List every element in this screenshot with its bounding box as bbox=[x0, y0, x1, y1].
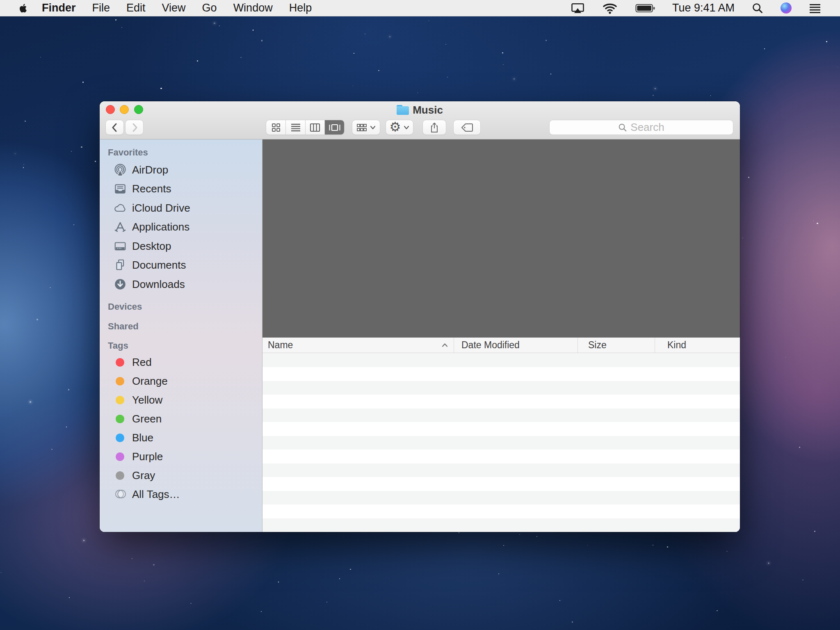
icon-view-icon bbox=[271, 123, 281, 132]
sidebar-header-devices: Devices bbox=[108, 301, 142, 312]
gallery-view-icon bbox=[329, 123, 341, 132]
share-button[interactable] bbox=[422, 120, 446, 135]
menu-file[interactable]: File bbox=[92, 2, 110, 14]
menu-help[interactable]: Help bbox=[289, 2, 312, 14]
list-column-headers: Name Date Modified Size Kind bbox=[262, 338, 740, 353]
sidebar-tag-all-tags[interactable]: All Tags… bbox=[100, 485, 262, 504]
column-header-name[interactable]: Name bbox=[262, 338, 454, 353]
content-area: Name Date Modified Size Kind bbox=[262, 139, 740, 532]
sidebar-tag-red[interactable]: Red bbox=[100, 353, 262, 372]
menu-clock[interactable]: Tue 9:41 AM bbox=[672, 2, 735, 14]
group-icon bbox=[356, 123, 367, 132]
sidebar-item-downloads[interactable]: Downloads bbox=[100, 275, 262, 294]
file-list-empty bbox=[262, 354, 740, 532]
purple-tag-dot bbox=[116, 452, 124, 461]
column-header-date-modified[interactable]: Date Modified bbox=[454, 338, 578, 353]
search-placeholder: Search bbox=[630, 121, 664, 134]
orange-tag-dot bbox=[116, 377, 124, 386]
menu-window[interactable]: Window bbox=[233, 2, 273, 14]
sidebar-item-desktop[interactable]: Desktop bbox=[100, 237, 262, 256]
icloud-icon bbox=[113, 201, 127, 215]
desktop-icon bbox=[113, 240, 127, 253]
search-icon bbox=[618, 123, 627, 132]
sidebar-item-icloud-drive[interactable]: iCloud Drive bbox=[100, 199, 262, 217]
sidebar-item-recents[interactable]: Recents bbox=[100, 179, 262, 198]
chevron-down-icon bbox=[404, 126, 409, 130]
search-input[interactable]: Search bbox=[549, 120, 733, 135]
column-view-button[interactable] bbox=[305, 120, 325, 135]
applications-icon bbox=[113, 220, 127, 233]
yellow-tag-dot bbox=[116, 396, 124, 404]
menu-view[interactable]: View bbox=[162, 2, 186, 14]
sidebar-tag-green[interactable]: Green bbox=[100, 409, 262, 428]
menu-edit[interactable]: Edit bbox=[126, 2, 146, 14]
view-switcher bbox=[266, 120, 345, 135]
chevron-left-icon bbox=[110, 122, 119, 133]
sidebar-tag-yellow[interactable]: Yellow bbox=[100, 390, 262, 409]
tag-icon bbox=[461, 123, 473, 132]
share-icon bbox=[429, 122, 439, 133]
finder-window: Music bbox=[100, 101, 740, 532]
gray-tag-dot bbox=[116, 471, 124, 480]
column-view-icon bbox=[310, 123, 320, 132]
sidebar-header-shared: Shared bbox=[108, 321, 139, 332]
sort-ascending-icon bbox=[442, 343, 448, 347]
red-tag-dot bbox=[116, 358, 124, 367]
list-view-icon bbox=[290, 123, 301, 132]
all-tags-icon bbox=[115, 490, 125, 499]
siri-icon[interactable] bbox=[781, 2, 792, 14]
sidebar-tag-blue[interactable]: Blue bbox=[100, 428, 262, 447]
sidebar-header-favorites: Favorites bbox=[108, 147, 148, 158]
column-header-size[interactable]: Size bbox=[578, 338, 655, 353]
gallery-view-button[interactable] bbox=[324, 120, 344, 135]
back-button[interactable] bbox=[105, 120, 124, 135]
gear-icon: ⚙ bbox=[390, 121, 401, 133]
blue-tag-dot bbox=[116, 434, 124, 442]
folder-icon bbox=[397, 105, 409, 115]
menu-bar: Finder File Edit View Go Window Help Tue… bbox=[0, 0, 840, 16]
apple-logo-icon bbox=[18, 2, 28, 14]
apple-menu[interactable] bbox=[18, 2, 28, 14]
battery-icon[interactable] bbox=[635, 3, 655, 14]
tag-button[interactable] bbox=[453, 120, 481, 135]
green-tag-dot bbox=[116, 415, 124, 423]
column-header-kind[interactable]: Kind bbox=[655, 338, 740, 353]
sidebar-tag-purple[interactable]: Purple bbox=[100, 447, 262, 466]
recents-icon bbox=[113, 182, 127, 195]
group-button[interactable] bbox=[352, 120, 380, 135]
downloads-icon bbox=[113, 278, 127, 291]
window-title-area: Music bbox=[100, 104, 740, 116]
sidebar-tag-gray[interactable]: Gray bbox=[100, 466, 262, 485]
list-view-button[interactable] bbox=[285, 120, 305, 135]
sidebar-item-airdrop[interactable]: AirDrop bbox=[100, 160, 262, 179]
menu-go[interactable]: Go bbox=[202, 2, 217, 14]
gallery-preview-area bbox=[262, 139, 740, 338]
chevron-right-icon bbox=[130, 122, 139, 133]
documents-icon bbox=[113, 258, 127, 272]
action-button[interactable]: ⚙ bbox=[386, 120, 413, 135]
airdrop-icon bbox=[113, 163, 127, 176]
window-titlebar: Music bbox=[100, 101, 740, 139]
notification-center-icon[interactable] bbox=[809, 3, 821, 14]
sidebar: Favorites AirDrop R bbox=[100, 139, 262, 532]
icon-view-button[interactable] bbox=[266, 120, 285, 135]
sidebar-header-tags: Tags bbox=[108, 340, 128, 351]
window-title: Music bbox=[413, 104, 443, 116]
chevron-down-icon bbox=[370, 126, 376, 130]
sidebar-item-applications[interactable]: Applications bbox=[100, 217, 262, 236]
spotlight-icon[interactable] bbox=[752, 2, 763, 14]
sidebar-tag-orange[interactable]: Orange bbox=[100, 372, 262, 390]
forward-button[interactable] bbox=[125, 120, 144, 135]
airplay-icon[interactable] bbox=[571, 2, 584, 14]
wifi-icon[interactable] bbox=[602, 2, 618, 14]
menu-finder[interactable]: Finder bbox=[42, 2, 76, 14]
sidebar-item-documents[interactable]: Documents bbox=[100, 256, 262, 274]
